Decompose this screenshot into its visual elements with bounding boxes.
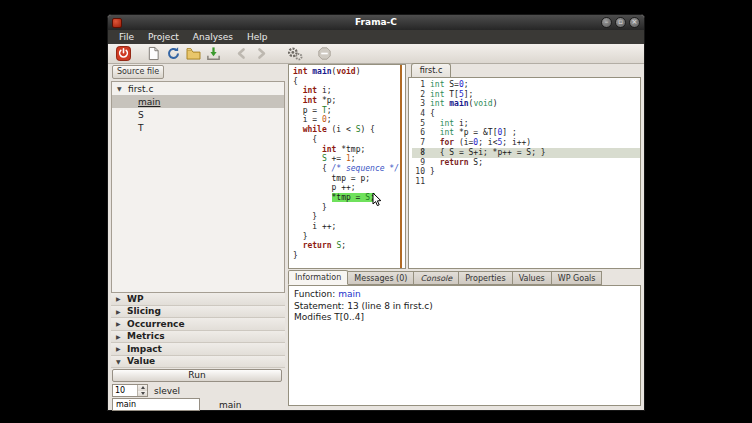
tab-values[interactable]: Values [513,271,552,285]
code-token [293,145,322,154]
stop-button[interactable] [314,45,334,63]
code-token: ; [327,115,332,124]
app-icon [112,18,122,28]
code-token: } [293,232,307,241]
tab-properties[interactable]: Properties [459,271,512,285]
tree-item-first-c[interactable]: ▼ first.c [112,82,284,95]
code-line[interactable]: S += 1; [293,154,399,164]
run-button[interactable]: Run [112,369,282,382]
code-line[interactable]: { [293,77,399,87]
code-line[interactable]: } [293,212,399,222]
code-token: S= [444,80,458,89]
code-line[interactable]: Function: main [294,289,635,301]
main-function-input[interactable] [112,398,200,411]
code-token: (i < [327,125,356,134]
code-line[interactable]: 2int T[5]; [412,90,640,100]
code-line[interactable]: tmp = p; [293,174,399,184]
code-line[interactable]: 8 { S = S+i; *p++ = S; } [412,148,640,158]
code-line[interactable]: int *p; [293,96,399,106]
menu-project[interactable]: Project [141,30,186,44]
code-line[interactable]: { [293,135,399,145]
forward-button[interactable] [251,45,271,63]
code-line[interactable]: int main(void) [293,67,399,77]
tab-wp-goals[interactable]: WP Goals [552,271,603,285]
line-number: 8 [412,148,425,158]
expander-occurrence[interactable]: ▶ Occurrence [111,318,285,331]
slevel-spinbox[interactable] [112,384,148,397]
source-files-button[interactable] [143,45,163,63]
analyses-button[interactable] [285,45,305,63]
code-line[interactable]: { /* sequence */ [293,164,399,174]
load-session-button[interactable] [183,45,203,63]
code-line[interactable]: i ++; [293,222,399,232]
source-file-header-button[interactable]: Source file [112,65,164,79]
spin-down-icon[interactable] [138,391,147,397]
maximize-button[interactable]: ▫ [615,17,626,28]
save-session-button[interactable] [203,45,223,63]
tab-console[interactable]: Console [414,271,459,285]
code-token: += [327,154,346,163]
slevel-input[interactable] [113,385,137,396]
code-token [430,138,440,147]
code-line[interactable]: 11 [412,177,640,187]
tree-item-main[interactable]: main [112,95,284,108]
code-token: *p; [317,96,336,105]
quit-button[interactable] [113,45,133,63]
code-token: ; [464,80,469,89]
tree-item-t[interactable]: T [112,121,284,134]
code-token: main [449,99,468,108]
original-source-panel[interactable]: 1int S=0;2int T[5];3int main(void)4{5 in… [408,77,641,269]
code-line[interactable]: p ++; [293,183,399,193]
menu-analyses[interactable]: Analyses [186,30,240,44]
code-line[interactable]: 3int main(void) [412,99,640,109]
code-line[interactable]: 4{ [412,109,640,119]
minimize-button[interactable]: – [601,17,612,28]
titlebar[interactable]: Frama-C – ▫ × [108,15,644,30]
code-line[interactable]: return S; [293,241,399,251]
code-line[interactable]: 5 int i; [412,119,640,129]
code-line[interactable]: p = T; [293,106,399,116]
cil-code-panel[interactable]: int main(void){ int i; int *p; p = T; i … [288,64,406,269]
menu-help[interactable]: Help [240,30,275,44]
expander-wp[interactable]: ▶ WP [111,293,285,306]
expander-value[interactable]: ▼ Value [111,356,285,369]
tree-item-s[interactable]: S [112,108,284,121]
tab-messages[interactable]: Messages (0) [348,271,414,285]
menu-file[interactable]: File [112,30,141,44]
code-line[interactable]: while (i < S) { [293,125,399,135]
expander-impact[interactable]: ▶ Impact [111,343,285,356]
reload-button[interactable] [163,45,183,63]
code-line[interactable]: 9 return S; [412,158,640,168]
code-line[interactable]: } [293,251,399,261]
code-line[interactable]: 7 for (i=0; i<5; i++) [412,138,640,148]
close-button[interactable]: × [629,17,640,28]
expander-metrics[interactable]: ▶ Metrics [111,331,285,344]
code-line[interactable]: 1int S=0; [412,80,640,90]
expander-down-icon[interactable]: ▼ [117,85,128,92]
code-line[interactable]: int *tmp; [293,145,399,155]
expander-slicing[interactable]: ▶ Slicing [111,306,285,319]
code-line[interactable]: Statement: 13 (line 8 in first.c) [294,301,635,313]
plugin-label: Impact [127,344,162,354]
code-token: ] ; [502,128,516,137]
code-line[interactable]: Modifies T[0..4] [294,312,635,324]
code-line[interactable]: } [293,232,399,242]
code-line[interactable]: 10} [412,167,640,177]
tab-information[interactable]: Information [288,270,348,285]
tab-first-c[interactable]: first.c [411,63,451,78]
code-token: p ++; [293,183,356,192]
document-icon [147,46,160,61]
code-line[interactable]: i = 0; [293,115,399,125]
code-line[interactable]: *tmp = S; [293,193,399,203]
source-file-tree: ▼ first.c main S T [111,81,285,293]
code-token: void [336,67,355,76]
code-line[interactable]: int i; [293,86,399,96]
mouse-cursor [372,192,382,211]
code-line[interactable]: } [293,203,399,213]
code-token: Function: [294,289,338,299]
plugin-label: Metrics [127,331,165,341]
line-number: 2 [412,90,425,100]
back-button[interactable] [231,45,251,63]
code-line[interactable]: 6 int *p = &T[0] ; [412,128,640,138]
code-token [293,241,303,250]
